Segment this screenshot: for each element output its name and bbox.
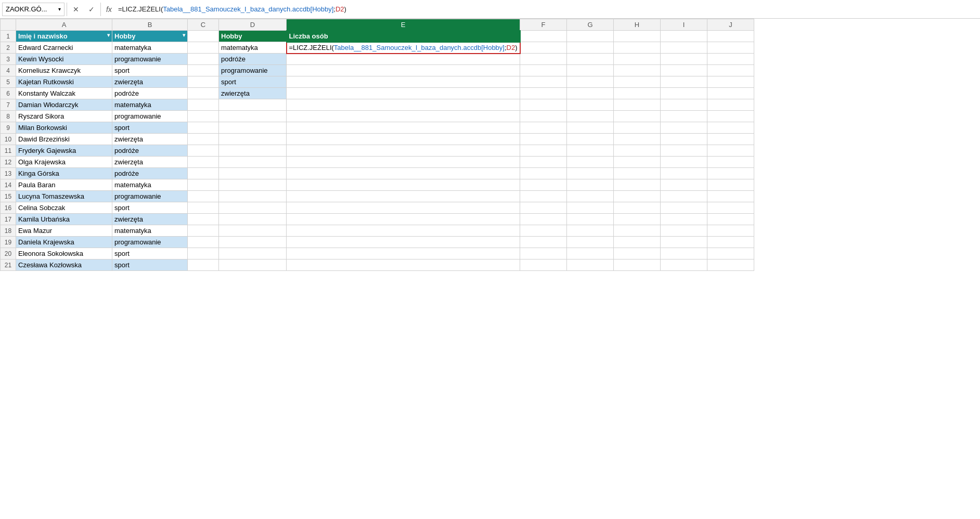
- cell-j16[interactable]: [707, 202, 754, 214]
- cell-j21[interactable]: [707, 260, 754, 271]
- cell-g13[interactable]: [567, 168, 614, 179]
- formula-display[interactable]: =LICZ.JEŻELI(Tabela__881_Samouczek_I_baz…: [116, 3, 978, 16]
- cell-d2[interactable]: matematyka: [219, 42, 287, 54]
- cell-b14[interactable]: matematyka: [112, 179, 188, 191]
- cell-h4[interactable]: [614, 65, 661, 76]
- col-header-i[interactable]: I: [661, 19, 707, 31]
- cell-b3[interactable]: programowanie: [112, 54, 188, 65]
- cell-e6[interactable]: [287, 88, 520, 99]
- confirm-formula-button[interactable]: ✓: [85, 3, 98, 16]
- cell-g20[interactable]: [567, 248, 614, 260]
- cell-c9[interactable]: [188, 122, 219, 134]
- cell-j3[interactable]: [707, 54, 754, 65]
- cell-h17[interactable]: [614, 214, 661, 225]
- cell-f21[interactable]: [520, 260, 567, 271]
- cell-f15[interactable]: [520, 191, 567, 202]
- cell-j6[interactable]: [707, 88, 754, 99]
- cell-h15[interactable]: [614, 191, 661, 202]
- col-header-c[interactable]: C: [188, 19, 219, 31]
- cell-j18[interactable]: [707, 225, 754, 237]
- cell-e4[interactable]: [287, 65, 520, 76]
- cell-a21[interactable]: Czesława Kozłowska: [16, 260, 112, 271]
- cell-a8[interactable]: Ryszard Sikora: [16, 111, 112, 122]
- col-header-g[interactable]: G: [567, 19, 614, 31]
- cell-g8[interactable]: [567, 111, 614, 122]
- cell-h14[interactable]: [614, 179, 661, 191]
- cell-e21[interactable]: [287, 260, 520, 271]
- spreadsheet-container[interactable]: A B C D E F G H I J 1 Imię i nazwisko ▾: [0, 19, 980, 519]
- cell-g10[interactable]: [567, 134, 614, 145]
- cell-j13[interactable]: [707, 168, 754, 179]
- cell-i4[interactable]: [661, 65, 707, 76]
- cell-b7[interactable]: matematyka: [112, 99, 188, 111]
- cell-c2[interactable]: [188, 42, 219, 54]
- cell-e20[interactable]: [287, 248, 520, 260]
- cell-f7[interactable]: [520, 99, 567, 111]
- cell-b5[interactable]: zwierzęta: [112, 76, 188, 88]
- cell-i14[interactable]: [661, 179, 707, 191]
- cell-j10[interactable]: [707, 134, 754, 145]
- cell-d21[interactable]: [219, 260, 287, 271]
- cell-a18[interactable]: Ewa Mazur: [16, 225, 112, 237]
- cell-c6[interactable]: [188, 88, 219, 99]
- cell-c3[interactable]: [188, 54, 219, 65]
- cell-j4[interactable]: [707, 65, 754, 76]
- cell-g21[interactable]: [567, 260, 614, 271]
- cell-i1[interactable]: [661, 31, 707, 42]
- cell-j9[interactable]: [707, 122, 754, 134]
- cell-e13[interactable]: [287, 168, 520, 179]
- cell-g12[interactable]: [567, 157, 614, 168]
- cell-c1[interactable]: [188, 31, 219, 42]
- cell-d14[interactable]: [219, 179, 287, 191]
- cell-c17[interactable]: [188, 214, 219, 225]
- cell-h1[interactable]: [614, 31, 661, 42]
- col-header-d[interactable]: D: [219, 19, 287, 31]
- cell-g2[interactable]: [567, 42, 614, 54]
- cell-j1[interactable]: [707, 31, 754, 42]
- cell-a10[interactable]: Dawid Brzeziński: [16, 134, 112, 145]
- cell-i5[interactable]: [661, 76, 707, 88]
- cell-h10[interactable]: [614, 134, 661, 145]
- cell-a14[interactable]: Paula Baran: [16, 179, 112, 191]
- cell-i9[interactable]: [661, 122, 707, 134]
- cell-g19[interactable]: [567, 237, 614, 248]
- cell-i6[interactable]: [661, 88, 707, 99]
- cell-d8[interactable]: [219, 111, 287, 122]
- cell-f18[interactable]: [520, 225, 567, 237]
- cell-d4[interactable]: programowanie: [219, 65, 287, 76]
- cell-e11[interactable]: [287, 145, 520, 157]
- cell-b13[interactable]: podróże: [112, 168, 188, 179]
- col-header-j[interactable]: J: [707, 19, 754, 31]
- cell-a15[interactable]: Lucyna Tomaszewska: [16, 191, 112, 202]
- cell-a11[interactable]: Fryderyk Gajewska: [16, 145, 112, 157]
- cell-e5[interactable]: [287, 76, 520, 88]
- cell-f4[interactable]: [520, 65, 567, 76]
- cell-a16[interactable]: Celina Sobczak: [16, 202, 112, 214]
- cell-b18[interactable]: matematyka: [112, 225, 188, 237]
- cell-b21[interactable]: sport: [112, 260, 188, 271]
- cell-h19[interactable]: [614, 237, 661, 248]
- cell-a4[interactable]: Korneliusz Krawczyk: [16, 65, 112, 76]
- cell-h2[interactable]: [614, 42, 661, 54]
- cell-c16[interactable]: [188, 202, 219, 214]
- cell-f13[interactable]: [520, 168, 567, 179]
- cell-a2[interactable]: Edward Czarnecki: [16, 42, 112, 54]
- cell-h18[interactable]: [614, 225, 661, 237]
- cell-i13[interactable]: [661, 168, 707, 179]
- col-header-a[interactable]: A: [16, 19, 112, 31]
- cell-i11[interactable]: [661, 145, 707, 157]
- cell-h6[interactable]: [614, 88, 661, 99]
- cell-e3[interactable]: [287, 54, 520, 65]
- cell-j14[interactable]: [707, 179, 754, 191]
- cell-c18[interactable]: [188, 225, 219, 237]
- cell-a6[interactable]: Konstanty Walczak: [16, 88, 112, 99]
- cell-d9[interactable]: [219, 122, 287, 134]
- cell-c15[interactable]: [188, 191, 219, 202]
- cell-f6[interactable]: [520, 88, 567, 99]
- cell-g5[interactable]: [567, 76, 614, 88]
- name-box[interactable]: ZAOKR.GÓ... ▾: [2, 3, 65, 16]
- cell-g1[interactable]: [567, 31, 614, 42]
- cell-j17[interactable]: [707, 214, 754, 225]
- cell-a5[interactable]: Kajetan Rutkowski: [16, 76, 112, 88]
- cell-c4[interactable]: [188, 65, 219, 76]
